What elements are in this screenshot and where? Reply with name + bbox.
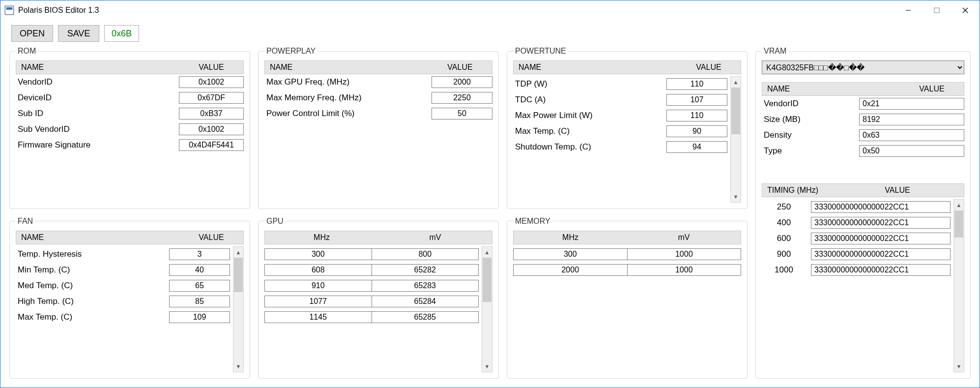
rom-subid-input[interactable] (179, 108, 244, 119)
mem-mv-input[interactable] (628, 248, 742, 260)
fan-max-input[interactable] (169, 311, 230, 323)
pp-memfreq-input[interactable] (432, 92, 492, 104)
gpu-header: MHz mV (264, 231, 492, 244)
gpu-mv-input[interactable] (372, 280, 479, 292)
vram-size-input[interactable] (859, 114, 964, 125)
table-row (264, 246, 479, 262)
fan-min-input[interactable] (169, 264, 230, 276)
table-row: Max GPU Freq. (MHz) (264, 74, 492, 90)
vram-group: VRAM K4G80325FB□□□��□�� NAME VALUE Vendo… (755, 47, 971, 379)
rom-header: NAME VALUE (16, 60, 244, 74)
table-row: DeviceID (16, 90, 244, 106)
pp-gpufreq-input[interactable] (432, 76, 492, 88)
table-row: Sub VendorID (16, 121, 244, 137)
save-button[interactable]: SAVE (58, 25, 99, 42)
chevron-up-icon[interactable]: ▲ (482, 247, 492, 258)
app-window: Polaris BIOS Editor 1.3 OPEN SAVE 0x6B R… (0, 0, 980, 388)
table-row (513, 262, 741, 278)
table-row: TDC (A) (513, 92, 727, 108)
rom-deviceid-input[interactable] (179, 92, 244, 104)
mem-mv-input[interactable] (628, 264, 742, 276)
gpu-mv-input[interactable] (372, 311, 479, 323)
table-row: Med Temp. (C) (16, 278, 230, 294)
gpu-mv-input[interactable] (372, 296, 479, 307)
vram-density-input[interactable] (859, 129, 964, 141)
table-row: 1000 (762, 262, 951, 278)
vram-module-select[interactable]: K4G80325FB□□□��□�� (762, 60, 964, 74)
gpu-mhz-input[interactable] (264, 311, 372, 323)
table-row (264, 294, 479, 309)
table-row: Sub ID (16, 106, 244, 121)
gpu-scrollbar[interactable]: ▲ ▼ (482, 246, 492, 373)
rom-vendorid-input[interactable] (179, 76, 244, 88)
chevron-up-icon[interactable]: ▲ (731, 77, 741, 88)
vram-header: NAME VALUE (762, 82, 964, 96)
fan-hysteresis-input[interactable] (169, 248, 230, 260)
pt-tdp-input[interactable] (666, 78, 727, 90)
fan-group: FAN NAME VALUE Temp. Hysteresis Min Temp… (9, 217, 250, 379)
fan-med-input[interactable] (169, 280, 230, 292)
table-row: Size (MB) (762, 112, 964, 127)
close-button[interactable] (951, 0, 980, 20)
rom-fwsig-input[interactable] (179, 139, 244, 151)
fan-legend: FAN (16, 217, 35, 226)
gpu-mv-input[interactable] (372, 264, 479, 276)
table-row (264, 278, 479, 294)
table-row: Max Temp. (C) (16, 309, 230, 325)
timing-input[interactable] (811, 233, 951, 244)
rom-subvendorid-input[interactable] (179, 123, 244, 135)
timing-scrollbar[interactable]: ▲ ▼ (953, 199, 964, 372)
table-row: 250 (762, 199, 951, 215)
fan-header: NAME VALUE (16, 231, 244, 244)
timing-input[interactable] (811, 217, 951, 229)
chevron-down-icon[interactable]: ▼ (482, 361, 492, 372)
minimize-button[interactable] (894, 0, 922, 20)
vram-type-input[interactable] (859, 145, 964, 157)
pt-shutdowntemp-input[interactable] (666, 141, 727, 153)
open-button[interactable]: OPEN (11, 25, 53, 42)
chevron-down-icon[interactable]: ▼ (954, 361, 964, 372)
chevron-down-icon[interactable]: ▼ (731, 191, 741, 202)
powertune-scrollbar[interactable]: ▲ ▼ (730, 76, 741, 203)
table-row: Min Temp. (C) (16, 262, 230, 278)
chevron-down-icon[interactable]: ▼ (233, 361, 243, 372)
table-row: Power Control Limit (%) (264, 106, 492, 121)
toolbar: OPEN SAVE 0x6B (0, 20, 980, 45)
gpu-mhz-input[interactable] (264, 264, 372, 276)
gpu-mv-input[interactable] (372, 248, 479, 260)
window-title: Polaris BIOS Editor 1.3 (18, 6, 99, 15)
chevron-up-icon[interactable]: ▲ (954, 200, 964, 210)
memory-header: MHz mV (513, 231, 741, 244)
table-row: Max Memory Freq. (MHz) (264, 90, 492, 106)
timing-input[interactable] (811, 248, 951, 260)
table-row: 400 (762, 215, 951, 231)
fan-scrollbar[interactable]: ▲ ▼ (233, 246, 244, 373)
mem-mhz-input[interactable] (513, 248, 628, 260)
timing-input[interactable] (811, 201, 951, 213)
title-bar: Polaris BIOS Editor 1.3 (0, 0, 980, 20)
pp-powerlimit-input[interactable] (432, 108, 492, 119)
gpu-group: GPU MHz mV ▲ ▼ (258, 217, 499, 379)
gpu-mhz-input[interactable] (264, 296, 372, 307)
pt-maxpower-input[interactable] (666, 110, 727, 121)
rom-group: ROM NAME VALUE VendorID DeviceID Sub ID … (9, 47, 250, 209)
table-row: Temp. Hysteresis (16, 246, 230, 262)
chevron-up-icon[interactable]: ▲ (233, 247, 243, 258)
pt-tdc-input[interactable] (666, 94, 727, 106)
table-row: Firmware Signature (16, 137, 244, 153)
app-icon (4, 5, 14, 15)
table-row (513, 246, 741, 262)
table-row: Max Temp. (C) (513, 123, 727, 139)
gpu-mhz-input[interactable] (264, 280, 372, 292)
pt-maxtemp-input[interactable] (666, 125, 727, 137)
powerplay-header: NAME VALUE (264, 60, 492, 74)
fan-high-input[interactable] (169, 296, 230, 307)
vram-vendorid-input[interactable] (859, 98, 964, 110)
vram-legend: VRAM (762, 47, 788, 56)
table-row (264, 262, 479, 278)
checksum-badge: 0x6B (104, 25, 139, 42)
timing-input[interactable] (811, 264, 951, 276)
gpu-mhz-input[interactable] (264, 248, 372, 260)
maximize-button[interactable] (922, 0, 951, 20)
mem-mhz-input[interactable] (513, 264, 628, 276)
